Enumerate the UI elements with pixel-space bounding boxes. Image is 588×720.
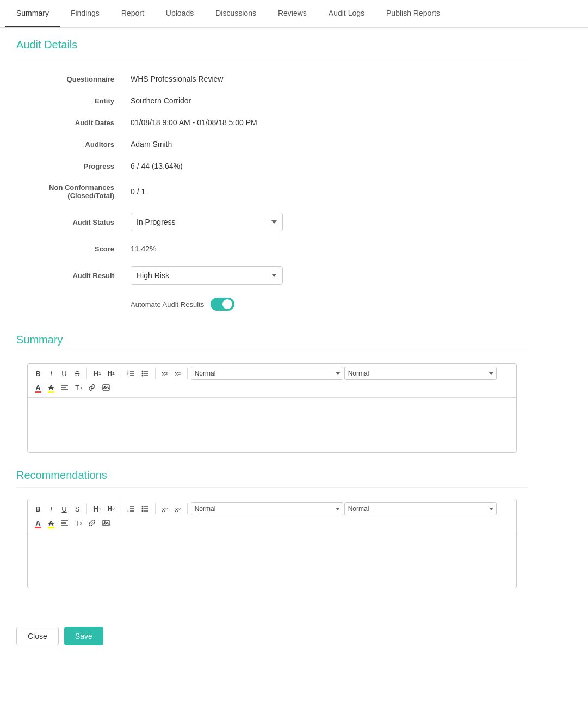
rsep4 (187, 503, 188, 514)
sep1 (86, 368, 87, 379)
summary-fontsize-select[interactable]: Normal Small Large (191, 367, 343, 380)
score-label: Score (16, 238, 125, 260)
svg-point-28 (141, 510, 143, 512)
save-button[interactable]: Save (64, 627, 103, 645)
summary-section-title: Summary (16, 334, 528, 352)
rec-h2-btn[interactable]: H2 (105, 502, 117, 515)
automate-label: Automate Audit Results (131, 300, 204, 309)
rsep5 (500, 503, 500, 514)
rec-underline-btn[interactable]: U (58, 502, 70, 515)
sep3 (155, 368, 156, 379)
summary-image-btn[interactable] (100, 381, 113, 394)
summary-align-btn[interactable] (58, 381, 71, 394)
tab-uploads[interactable]: Uploads (155, 0, 205, 27)
summary-bold-btn[interactable]: B (32, 367, 44, 380)
tabs-bar: Summary Findings Report Uploads Discussi… (0, 0, 588, 28)
tab-summary[interactable]: Summary (5, 0, 60, 27)
rsep1 (86, 503, 87, 514)
rec-bold-btn[interactable]: B (32, 502, 44, 515)
summary-clear-format-btn[interactable]: Tx (72, 381, 84, 394)
non-conformances-label: Non Conformances (Closed/Total) (16, 177, 125, 206)
tab-discussions[interactable]: Discussions (205, 0, 267, 27)
summary-editor-body[interactable] (28, 398, 516, 452)
rec-italic-btn[interactable]: I (45, 502, 57, 515)
recommendations-editor-body[interactable] (28, 533, 516, 588)
tab-report[interactable]: Report (110, 0, 155, 27)
rec-link-btn[interactable] (85, 516, 98, 530)
svg-text:3.: 3. (127, 374, 129, 377)
rec-fontfamily-select[interactable]: Normal Serif Monospace (344, 502, 497, 515)
summary-strike-btn[interactable]: S (71, 367, 83, 380)
summary-ordered-list-btn[interactable]: 1.2.3. (125, 367, 138, 380)
summary-h2-btn[interactable]: H2 (105, 367, 117, 380)
recommendations-section-title: Recommendations (16, 469, 528, 488)
summary-superscript-btn[interactable]: x2 (172, 367, 184, 380)
audit-result-select[interactable]: High Risk Medium Risk Low Risk Pass (131, 266, 283, 285)
summary-editor: B I U S H1 H2 1.2.3. x2 x2 Norma (27, 363, 517, 453)
auditors-label: Auditors (16, 133, 125, 155)
tab-publish-reports[interactable]: Publish Reports (375, 0, 451, 27)
summary-fontcolor-btn[interactable]: A (32, 381, 44, 394)
audit-details-title: Audit Details (16, 39, 528, 57)
rec-fontsize-select[interactable]: Normal Small Large (191, 502, 343, 515)
svg-rect-15 (103, 385, 109, 390)
summary-toolbar: B I U S H1 H2 1.2.3. x2 x2 Norma (28, 364, 516, 398)
rec-fontcolor-btn[interactable]: A (32, 516, 44, 530)
svg-text:3.: 3. (127, 509, 129, 512)
audit-dates-value: 01/08/18 9:00 AM - 01/08/18 5:00 PM (125, 112, 528, 133)
questionnaire-label: Questionnaire (16, 68, 125, 90)
automate-toggle-row: Automate Audit Results (131, 298, 522, 311)
rec-ordered-list-btn[interactable]: 1.2.3. (125, 502, 138, 515)
rec-h1-btn[interactable]: H1 (90, 502, 104, 515)
summary-italic-btn[interactable]: I (45, 367, 57, 380)
rec-image-btn[interactable] (100, 516, 113, 530)
rec-strike-btn[interactable]: S (71, 502, 83, 515)
summary-link-btn[interactable] (85, 381, 98, 394)
rsep2 (121, 503, 121, 514)
rec-align-btn[interactable] (58, 516, 71, 530)
rsep3 (155, 503, 156, 514)
automate-toggle[interactable] (211, 298, 234, 311)
recommendations-editor: B I U S H1 H2 1.2.3. x2 x2 Norma (27, 499, 517, 588)
audit-dates-label: Audit Dates (16, 112, 125, 133)
summary-fontfamily-select[interactable]: Normal Serif Monospace (344, 367, 497, 380)
auditors-value: Adam Smith (125, 133, 528, 155)
tab-reviews[interactable]: Reviews (267, 0, 318, 27)
svg-point-10 (141, 373, 143, 374)
questionnaire-value: WHS Professionals Review (125, 68, 528, 90)
svg-point-16 (104, 386, 106, 387)
rec-superscript-btn[interactable]: x2 (172, 502, 184, 515)
recommendations-toolbar: B I U S H1 H2 1.2.3. x2 x2 Norma (28, 499, 516, 533)
summary-underline-btn[interactable]: U (58, 367, 70, 380)
audit-status-select[interactable]: In Progress Completed Scheduled Cancelle… (131, 213, 283, 231)
svg-point-27 (141, 508, 143, 510)
svg-point-9 (141, 371, 143, 372)
non-conformances-value: 0 / 1 (125, 177, 528, 206)
progress-label: Progress (16, 155, 125, 177)
entity-value: Southern Corridor (125, 90, 528, 112)
progress-value: 6 / 44 (13.64%) (125, 155, 528, 177)
svg-point-26 (141, 506, 143, 508)
svg-point-33 (104, 521, 106, 523)
entity-label: Entity (16, 90, 125, 112)
score-value: 11.42% (125, 238, 528, 260)
tab-findings[interactable]: Findings (60, 0, 110, 27)
audit-status-label: Audit Status (16, 206, 125, 238)
rec-highlight-btn[interactable]: A (45, 516, 57, 530)
sep5 (500, 368, 500, 379)
rec-unordered-list-btn[interactable] (139, 502, 152, 515)
audit-result-label: Audit Result (16, 260, 125, 291)
svg-rect-32 (103, 520, 109, 526)
summary-highlight-btn[interactable]: A (45, 381, 57, 394)
close-button[interactable]: Close (16, 627, 59, 645)
footer-bar: Close Save (0, 616, 588, 656)
sep2 (121, 368, 121, 379)
summary-h1-btn[interactable]: H1 (90, 367, 104, 380)
rec-clear-format-btn[interactable]: Tx (72, 516, 84, 530)
tab-audit-logs[interactable]: Audit Logs (318, 0, 375, 27)
sep4 (187, 368, 188, 379)
summary-subscript-btn[interactable]: x2 (159, 367, 171, 380)
rec-subscript-btn[interactable]: x2 (159, 502, 171, 515)
svg-point-11 (141, 375, 143, 377)
summary-unordered-list-btn[interactable] (139, 367, 152, 380)
